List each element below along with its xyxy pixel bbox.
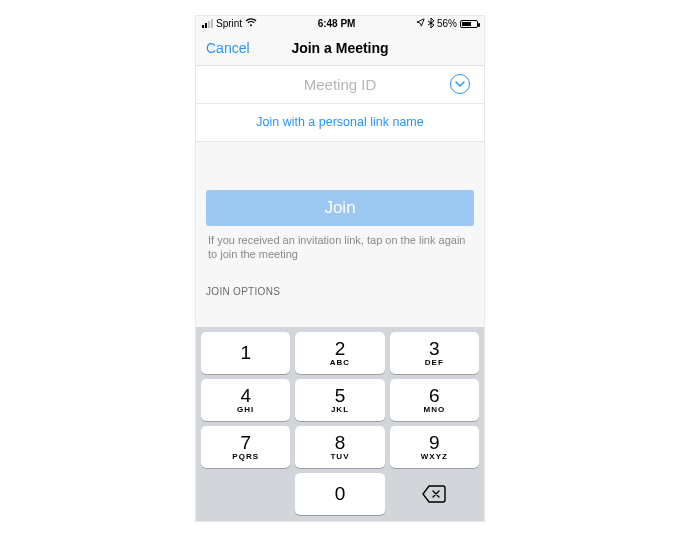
battery-pct: 56% xyxy=(437,18,457,29)
wifi-icon xyxy=(245,18,257,29)
key-5[interactable]: 5JKL xyxy=(295,379,384,421)
key-4[interactable]: 4GHI xyxy=(201,379,290,421)
key-7[interactable]: 7PQRS xyxy=(201,426,290,468)
status-time: 6:48 PM xyxy=(318,18,356,29)
numeric-keypad: 1 2ABC 3DEF 4GHI 5JKL 6MNO 7PQRS 8TUV 9W… xyxy=(196,327,484,521)
cancel-button[interactable]: Cancel xyxy=(206,40,250,56)
join-options-header: JOIN OPTIONS xyxy=(196,262,484,299)
key-9[interactable]: 9WXYZ xyxy=(390,426,479,468)
location-icon xyxy=(416,18,425,29)
page-title: Join a Meeting xyxy=(291,40,388,56)
status-left: Sprint xyxy=(202,18,257,29)
key-2[interactable]: 2ABC xyxy=(295,332,384,374)
nav-bar: Cancel Join a Meeting xyxy=(196,32,484,66)
personal-link-label: Join with a personal link name xyxy=(256,115,423,129)
meeting-id-row[interactable] xyxy=(196,66,484,104)
bluetooth-icon xyxy=(428,18,434,30)
key-3[interactable]: 3DEF xyxy=(390,332,479,374)
key-1[interactable]: 1 xyxy=(201,332,290,374)
meeting-id-input[interactable] xyxy=(239,76,441,93)
status-bar: Sprint 6:48 PM 56% xyxy=(196,16,484,32)
personal-link-button[interactable]: Join with a personal link name xyxy=(196,104,484,142)
join-hint: If you received an invitation link, tap … xyxy=(206,226,474,263)
key-backspace[interactable] xyxy=(390,473,479,515)
status-right: 56% xyxy=(416,18,478,30)
signal-icon xyxy=(202,19,213,28)
chevron-down-icon xyxy=(455,79,465,89)
join-block: Join If you received an invitation link,… xyxy=(196,190,484,263)
backspace-icon xyxy=(421,484,447,504)
battery-icon xyxy=(460,20,478,28)
phone-frame: Sprint 6:48 PM 56% Cancel Join a Meeting… xyxy=(195,15,485,522)
spacer xyxy=(196,142,484,190)
key-8[interactable]: 8TUV xyxy=(295,426,384,468)
carrier-label: Sprint xyxy=(216,18,242,29)
join-button[interactable]: Join xyxy=(206,190,474,226)
join-button-label: Join xyxy=(324,198,355,217)
key-0[interactable]: 0 xyxy=(295,473,384,515)
key-6[interactable]: 6MNO xyxy=(390,379,479,421)
key-blank xyxy=(201,473,290,515)
meeting-id-dropdown-button[interactable] xyxy=(450,74,470,94)
